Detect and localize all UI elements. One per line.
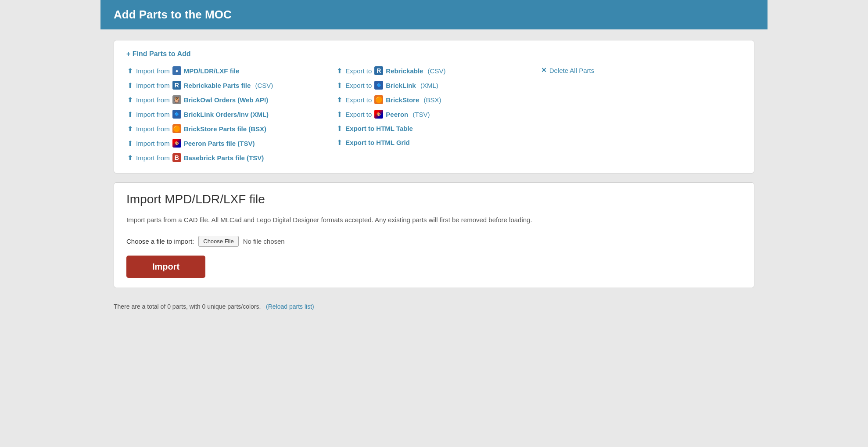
find-parts-link[interactable]: + Find Parts to Add: [126, 50, 191, 58]
dl-icon-2: ⬆: [336, 81, 343, 90]
export-rebrickable-prefix: Export to: [345, 67, 372, 75]
upload-icon-7: ⬆: [126, 154, 133, 162]
status-bar: There are a total of 0 parts, with 0 uni…: [100, 299, 768, 314]
content-area: + Find Parts to Add ⬆ Import from ◆ MPD/…: [100, 29, 768, 299]
import-brickowl-prefix: Import from: [136, 96, 170, 104]
upload-icon-2: ⬆: [126, 81, 133, 90]
peeron-icon: 🎨: [172, 139, 181, 148]
import-brickowl-name: BrickOwl Orders (Web API): [184, 96, 269, 104]
upload-icon-3: ⬆: [126, 96, 133, 104]
mpd-icon: ◆: [172, 66, 181, 75]
import-brickstore-prefix: Import from: [136, 125, 170, 133]
import-description: Import parts from a CAD file. All MLCad …: [126, 215, 742, 225]
actions-card: + Find Parts to Add ⬆ Import from ◆ MPD/…: [114, 40, 754, 173]
import-mpd-name: MPD/LDR/LXF file: [184, 67, 240, 75]
import-brickstore-name: BrickStore Parts file (BSX): [184, 125, 266, 133]
export-html-table-link[interactable]: ⬆ Export to HTML Table: [336, 123, 536, 134]
page-header: Add Parts to the MOC: [100, 0, 768, 29]
import-brickstore-link[interactable]: ⬆ Import from 🟠 BrickStore Parts file (B…: [126, 123, 331, 134]
import-mpd-link[interactable]: ⬆ Import from ◆ MPD/LDR/LXF file: [126, 65, 331, 76]
import-peeron-name: Peeron Parts file (TSV): [184, 140, 255, 147]
import-rebrickable-name: Rebrickable Parts file: [184, 82, 251, 89]
file-choose-row: Choose a file to import: Choose File No …: [126, 236, 742, 247]
export-bricklink-name: BrickLink: [386, 82, 416, 89]
export-bricklink-prefix: Export to: [345, 82, 372, 89]
dl-icon-3: ⬆: [336, 96, 343, 104]
export-column: ⬆ Export to R Rebrickable (CSV) ⬆ Export…: [331, 65, 536, 163]
import-peeron-link[interactable]: ⬆ Import from 🎨 Peeron Parts file (TSV): [126, 137, 331, 149]
import-bricklink-link[interactable]: ⬆ Import from 🔷 BrickLink Orders/Inv (XM…: [126, 108, 331, 120]
import-basebrick-link[interactable]: ⬆ Import from B Basebrick Parts file (TS…: [126, 152, 331, 163]
choose-file-button[interactable]: Choose File: [198, 236, 238, 247]
page-wrapper: Add Parts to the MOC + Find Parts to Add…: [100, 0, 768, 314]
brickowl-icon: 🦉: [172, 95, 181, 104]
export-peeron-prefix: Export to: [345, 111, 372, 118]
upload-icon-6: ⬆: [126, 139, 133, 148]
page-title: Add Parts to the MOC: [114, 8, 232, 21]
import-bricklink-prefix: Import from: [136, 111, 170, 118]
import-basebrick-prefix: Import from: [136, 154, 170, 162]
upload-icon-4: ⬆: [126, 110, 133, 119]
status-text: There are a total of 0 parts, with 0 uni…: [114, 303, 261, 310]
export-html-grid-link[interactable]: ⬆ Export to HTML Grid: [336, 137, 536, 148]
upload-icon-5: ⬆: [126, 125, 133, 133]
export-bricklink-link[interactable]: ⬆ Export to 🔷 BrickLink (XML): [336, 79, 536, 91]
export-rebrickable-suffix: (CSV): [426, 67, 445, 75]
import-rebrickable-link[interactable]: ⬆ Import from R Rebrickable Parts file (…: [126, 79, 331, 91]
import-section-card: Import MPD/LDR/LXF file Import parts fro…: [114, 182, 754, 288]
export-brickstore-link[interactable]: ⬆ Export to 🟠 BrickStore (BSX): [336, 94, 536, 105]
delete-column: ✕ Delete All Parts: [537, 65, 742, 163]
import-peeron-prefix: Import from: [136, 140, 170, 147]
import-brickowl-link[interactable]: ⬆ Import from 🦉 BrickOwl Orders (Web API…: [126, 94, 331, 105]
dl-icon-1: ⬆: [336, 67, 343, 75]
export-peeron-name: Peeron: [386, 111, 408, 118]
export-peeron-icon: 🎨: [374, 110, 383, 119]
export-brickstore-prefix: Export to: [345, 96, 372, 104]
export-html-grid-text: Export to HTML Grid: [345, 139, 409, 146]
choose-file-label: Choose a file to import:: [126, 238, 194, 245]
import-bricklink-name: BrickLink Orders/Inv (XML): [184, 111, 269, 118]
import-section-title: Import MPD/LDR/LXF file: [126, 192, 742, 206]
export-rebrickable-name: Rebrickable: [386, 67, 423, 75]
export-peeron-suffix: (TSV): [411, 111, 430, 118]
export-rebrickable-icon: R: [374, 66, 383, 75]
bricklink-icon: 🔷: [172, 110, 181, 119]
import-rebrickable-suffix: (CSV): [253, 82, 273, 89]
import-column: ⬆ Import from ◆ MPD/LDR/LXF file ⬆ Impor…: [126, 65, 331, 163]
import-basebrick-name: Basebrick Parts file (TSV): [184, 154, 264, 162]
export-brickstore-name: BrickStore: [386, 96, 419, 104]
dl-icon-6: ⬆: [336, 138, 343, 147]
import-mpd-prefix: Import from: [136, 67, 170, 75]
basebrick-icon: B: [172, 153, 181, 162]
delete-x-icon: ✕: [541, 66, 547, 74]
reload-parts-link[interactable]: (Reload parts list): [266, 303, 314, 310]
delete-all-link[interactable]: ✕ Delete All Parts: [541, 65, 742, 76]
no-file-text: No file chosen: [243, 238, 285, 245]
dl-icon-4: ⬆: [336, 110, 343, 119]
export-brickstore-suffix: (BSX): [422, 96, 441, 104]
dl-icon-5: ⬆: [336, 124, 343, 133]
find-parts-label: + Find Parts to Add: [126, 50, 191, 58]
export-rebrickable-link[interactable]: ⬆ Export to R Rebrickable (CSV): [336, 65, 536, 76]
export-bricklink-suffix: (XML): [419, 82, 438, 89]
delete-all-label: Delete All Parts: [549, 67, 595, 74]
upload-icon: ⬆: [126, 67, 133, 75]
rebrickable-icon: R: [172, 81, 181, 90]
export-peeron-link[interactable]: ⬆ Export to 🎨 Peeron (TSV): [336, 108, 536, 120]
export-html-table-text: Export to HTML Table: [345, 125, 413, 132]
export-brickstore-icon: 🟠: [374, 95, 383, 104]
export-bricklink-icon: 🔷: [374, 81, 383, 90]
import-rebrickable-prefix: Import from: [136, 82, 170, 89]
import-button[interactable]: Import: [126, 256, 205, 278]
brickstore-icon: 🟠: [172, 124, 181, 133]
